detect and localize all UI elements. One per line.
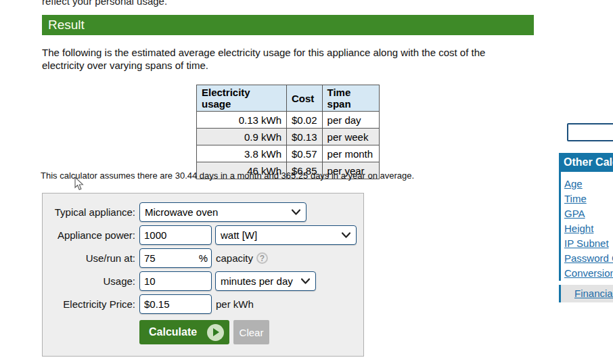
use-run-at-field: % — [139, 248, 212, 268]
table-row: 3.8 kWh $0.57 per month — [197, 145, 380, 162]
usage-per-day: 0.13 kWh — [197, 112, 287, 129]
chevron-down-icon — [301, 278, 310, 284]
result-table: Electricity usage Cost Time span 0.13 kW… — [196, 85, 380, 179]
typical-appliance-selected-value: Microwave oven — [145, 206, 218, 218]
form-row-usage: Usage: minutes per day — [43, 271, 363, 291]
sidebar-link-time[interactable]: Time — [564, 191, 613, 206]
chevron-down-icon — [292, 209, 300, 215]
column-header-time-span: Time span — [322, 85, 379, 112]
span-per-week: per week — [322, 129, 379, 145]
result-description: The following is the estimated average e… — [42, 46, 520, 72]
calculate-button[interactable]: Calculate — [139, 320, 229, 344]
use-run-at-label: Use/run at: — [43, 252, 138, 264]
calculate-button-label: Calculate — [149, 326, 197, 338]
appliance-power-label: Appliance power: — [43, 229, 138, 241]
power-unit-select[interactable]: watt [W] — [215, 225, 357, 245]
sidebar-category-financial: Financial Calculators — [559, 285, 613, 302]
electricity-price-label: Electricity Price: — [43, 298, 138, 310]
form-buttons-row: Calculate Clear — [139, 320, 363, 344]
sidebar-link-gpa[interactable]: GPA — [564, 206, 613, 221]
calculator-form-panel: Typical appliance: Microwave oven Applia… — [42, 193, 364, 357]
form-row-appliance-power: Appliance power: watt [W] — [43, 225, 363, 245]
sidebar-title: Other Calculators — [559, 153, 613, 172]
cost-per-day: $0.02 — [287, 112, 323, 129]
table-header-row: Electricity usage Cost Time span — [197, 85, 380, 112]
form-row-typical-appliance: Typical appliance: Microwave oven — [43, 202, 363, 222]
usage-per-month: 3.8 kWh — [197, 145, 287, 162]
search-input[interactable] — [567, 123, 613, 141]
other-calculators-sidebar: Other Calculators Age Time GPA Height IP… — [559, 153, 613, 302]
cost-per-week: $0.13 — [287, 129, 323, 145]
clear-button[interactable]: Clear — [233, 320, 269, 344]
sidebar-link-height[interactable]: Height — [564, 221, 613, 236]
table-row: 0.9 kWh $0.13 per week — [197, 129, 380, 145]
page: reflect your personal usage. Result The … — [0, 0, 613, 364]
electricity-price-input[interactable] — [139, 294, 212, 314]
span-per-month: per month — [322, 145, 379, 162]
sidebar-link-ip-subnet[interactable]: IP Subnet — [564, 236, 613, 251]
per-kwh-label: per kWh — [216, 298, 254, 310]
sidebar-link-age[interactable]: Age — [564, 177, 613, 191]
sidebar-link-conversion[interactable]: Conversion — [564, 266, 613, 281]
form-row-use-run-at: Use/run at: % capacity ? — [43, 248, 363, 268]
cost-per-month: $0.57 — [287, 145, 323, 162]
chevron-down-icon — [342, 232, 350, 238]
assumption-note: This calculator assumes there are 30.44 … — [41, 170, 414, 181]
capacity-label: capacity — [216, 252, 253, 264]
typical-appliance-label: Typical appliance: — [43, 206, 138, 218]
table-row: 0.13 kWh $0.02 per day — [197, 112, 380, 129]
sidebar-link-financial[interactable]: Financial Calculators — [574, 288, 613, 299]
sidebar-links: Age Time GPA Height IP Subnet Password G… — [559, 172, 613, 281]
appliance-power-input[interactable] — [139, 225, 212, 245]
usage-unit-select[interactable]: minutes per day — [215, 271, 316, 291]
span-per-day: per day — [322, 112, 379, 129]
intro-paragraph-clipped: reflect your personal usage. — [42, 0, 167, 7]
percent-suffix: % — [199, 252, 208, 264]
result-section-title: Result — [48, 18, 85, 32]
play-icon — [207, 324, 224, 341]
result-section-header: Result — [42, 15, 534, 35]
typical-appliance-select[interactable]: Microwave oven — [139, 202, 306, 222]
usage-input[interactable] — [139, 271, 212, 291]
column-header-electricity-usage: Electricity usage — [197, 85, 287, 112]
column-header-cost: Cost — [287, 85, 323, 112]
power-unit-selected-value: watt [W] — [221, 229, 257, 241]
sidebar-link-password-generator[interactable]: Password Generator — [564, 251, 613, 266]
usage-label: Usage: — [43, 275, 138, 287]
usage-per-week: 0.9 kWh — [197, 129, 287, 145]
help-icon[interactable]: ? — [256, 252, 268, 264]
usage-unit-selected-value: minutes per day — [221, 275, 293, 287]
form-row-electricity-price: Electricity Price: per kWh — [43, 294, 363, 314]
use-run-at-input[interactable] — [144, 252, 185, 264]
